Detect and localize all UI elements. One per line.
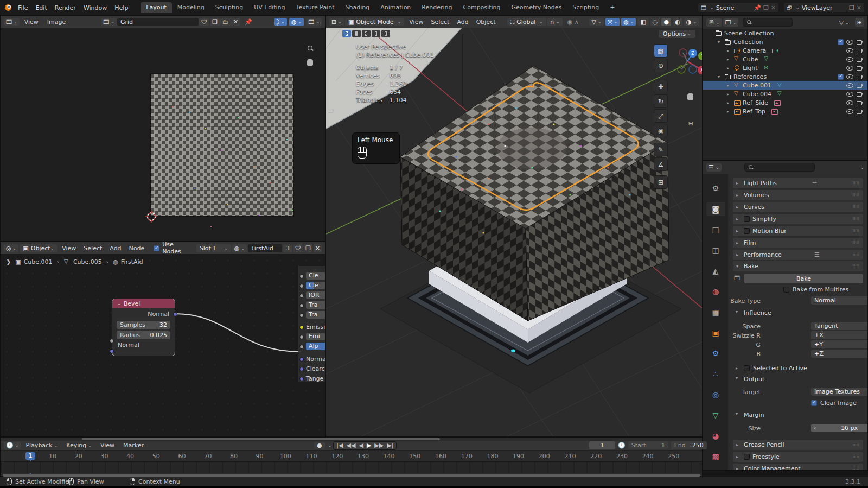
collection-checkbox[interactable]: [838, 74, 844, 80]
workspace-tab-rendering[interactable]: Rendering: [416, 2, 457, 13]
tool-annotate-button[interactable]: ✎: [654, 143, 668, 156]
panel-checkbox[interactable]: [744, 454, 750, 460]
outliner-label[interactable]: Scene Collection: [724, 30, 774, 37]
ortho-grid-icon[interactable]: ⊞: [688, 120, 693, 127]
properties-tab-particles[interactable]: ∴: [706, 367, 725, 381]
bsdf-input-field[interactable]: Cle: [306, 282, 325, 289]
bsdf-input-row[interactable]: Emi: [298, 333, 325, 341]
margin-size-slider[interactable]: ‹ 16 px › ↔: [811, 424, 868, 432]
bsdf-input-field[interactable]: Alp: [306, 343, 325, 350]
outliner-row-collection[interactable]: ▾Collection: [703, 37, 867, 46]
influence-dropdown-space[interactable]: Tangent⌄: [811, 322, 868, 330]
outliner-row-camera[interactable]: ▸Camera: [703, 46, 867, 55]
transform-orientation-dropdown[interactable]: ⛶ Global⌄: [507, 18, 547, 26]
render-visibility-icon[interactable]: [856, 73, 863, 80]
editor-type-button[interactable]: 🕐⌄: [4, 442, 21, 449]
editor-type-button[interactable]: 🗔⌄: [4, 18, 20, 26]
timeline-top-scrollbar[interactable]: [82, 438, 440, 440]
outliner-label[interactable]: Ref_Top: [743, 108, 765, 115]
node-canvas[interactable]: ❯ ▣Cube.001 › Cube.005 › ◍FirstAid ⌄Beve…: [1, 254, 325, 436]
playhead-chip[interactable]: 1: [25, 452, 35, 460]
playback-menu[interactable]: Playback⌄: [22, 441, 61, 450]
end-frame-field[interactable]: End250: [671, 441, 707, 449]
topbar-menu-window[interactable]: Window: [80, 3, 111, 12]
topbar-menu-edit[interactable]: Edit: [31, 3, 50, 12]
workspace-tab-modeling[interactable]: Modeling: [172, 2, 210, 13]
panel-motion-blur[interactable]: ▸Motion Blur⠿⠿: [733, 226, 863, 236]
bsdf-input-socket[interactable]: [299, 345, 304, 349]
bsdf-input-row[interactable]: IOR: [298, 291, 325, 300]
next-keyframe-button[interactable]: ▶▶: [374, 442, 384, 449]
uv-overlay-icon[interactable]: ◍⌄: [289, 18, 304, 26]
outliner-row-light[interactable]: ▸Light: [703, 64, 867, 72]
properties-tab-world[interactable]: ◍: [706, 284, 725, 299]
fake-user-icon[interactable]: 🛡: [199, 18, 209, 26]
unlink-icon[interactable]: ✕: [314, 244, 322, 252]
bevel-input-socket[interactable]: [110, 349, 114, 353]
panel-grease-pencil[interactable]: ▸Grease Pencil⠿⠿: [733, 440, 863, 450]
outliner-row-cube[interactable]: ▸Cube: [703, 55, 867, 64]
workspace-tab-texture-paint[interactable]: Texture Paint: [291, 2, 340, 13]
blender-logo-icon[interactable]: [3, 3, 13, 12]
start-frame-field[interactable]: Start1: [628, 441, 668, 449]
bake-type-dropdown[interactable]: Normal⌄: [811, 296, 868, 305]
clear-image-checkbox[interactable]: [811, 400, 817, 406]
bevel-radius-socket[interactable]: [110, 339, 114, 343]
panel-simplify[interactable]: ▸Simplify⠿⠿: [733, 214, 863, 224]
bsdf-input-socket[interactable]: [299, 294, 304, 298]
display-channels-icon[interactable]: 🗖⌄: [306, 18, 322, 26]
uv-canvas[interactable]: [1, 28, 325, 241]
play-reverse-button[interactable]: ◀: [359, 442, 363, 449]
expand-arrow[interactable]: ▾: [718, 40, 722, 45]
jump-end-button[interactable]: ▶|: [387, 442, 393, 449]
output-subpanel-header[interactable]: ▾Output: [736, 376, 764, 383]
properties-tab-render[interactable]: ◙: [706, 202, 725, 216]
expand-arrow[interactable]: ▸: [727, 92, 731, 97]
panel-volumes[interactable]: ▸Volumes⠿⠿: [733, 190, 863, 200]
bevel-output-socket[interactable]: [173, 312, 177, 316]
bevel-samples-field[interactable]: Samples 32: [117, 321, 170, 329]
bake-multires-checkbox[interactable]: [783, 287, 789, 293]
bsdf-input-row[interactable]: Cle: [298, 282, 325, 290]
copy-icon[interactable]: ❐: [763, 4, 769, 11]
properties-tab-object-data[interactable]: ▽: [706, 408, 725, 422]
bsdf-input-socket[interactable]: [299, 325, 304, 329]
current-frame-field[interactable]: 1: [589, 441, 615, 449]
expand-arrow[interactable]: ▾: [718, 74, 722, 79]
shading-solid-icon[interactable]: ●: [661, 18, 671, 26]
pin-icon[interactable]: 📌: [754, 4, 761, 11]
viewlayer-selector[interactable]: 🗗⌄ ViewLayer ❐ ✕: [783, 2, 865, 13]
bsdf-input-socket[interactable]: [299, 367, 304, 371]
bsdf-input-row[interactable]: Tra: [298, 301, 325, 310]
pin-icon[interactable]: 📌: [241, 17, 256, 27]
outliner-row-scene collection[interactable]: Scene Collection: [703, 29, 867, 37]
panel-color-management[interactable]: ▸Color Management⠿⠿: [733, 464, 863, 471]
unlink-icon[interactable]: ✕: [231, 18, 240, 26]
tool-transform-button[interactable]: ◉: [654, 124, 668, 137]
node-menu-add[interactable]: Add: [106, 244, 125, 253]
render-visibility-icon[interactable]: [856, 56, 863, 62]
material-name-field[interactable]: FirstAid: [248, 244, 282, 252]
visibility-eye-icon[interactable]: [846, 82, 853, 88]
outliner-row-references[interactable]: ▾References: [703, 72, 867, 81]
topbar-menu-file[interactable]: File: [14, 3, 31, 12]
scene-selector[interactable]: 🗖⌄ Scene 📌 ❐ ✕: [698, 2, 779, 13]
node-menu-node[interactable]: Node: [125, 244, 149, 253]
selected-to-active-header[interactable]: ▸ Selected to Active: [736, 365, 807, 372]
tool-move-button[interactable]: ✚: [654, 80, 668, 93]
bsdf-input-row[interactable]: Tra: [298, 311, 325, 320]
bsdf-input-socket[interactable]: [299, 303, 304, 308]
bevel-node[interactable]: ⌄Bevel Normal Samples 32 Radius 0.025 No…: [112, 299, 175, 356]
outliner-label[interactable]: Cube.001: [743, 82, 771, 89]
uv-menu-view[interactable]: View: [21, 17, 42, 27]
panel-checkbox[interactable]: [744, 216, 750, 222]
outliner-label[interactable]: Collection: [733, 39, 763, 46]
tool-cursor-button[interactable]: ⊕: [654, 59, 668, 72]
render-visibility-icon[interactable]: [856, 108, 863, 115]
workspace-tab-animation[interactable]: Animation: [375, 2, 416, 13]
viewport-menu-view[interactable]: View: [405, 17, 427, 27]
render-visibility-icon[interactable]: [856, 82, 863, 88]
viewport-menu-add[interactable]: Add: [453, 17, 472, 27]
shading-material-icon[interactable]: ◐: [673, 18, 682, 26]
bsdf-input-socket[interactable]: [299, 284, 304, 288]
